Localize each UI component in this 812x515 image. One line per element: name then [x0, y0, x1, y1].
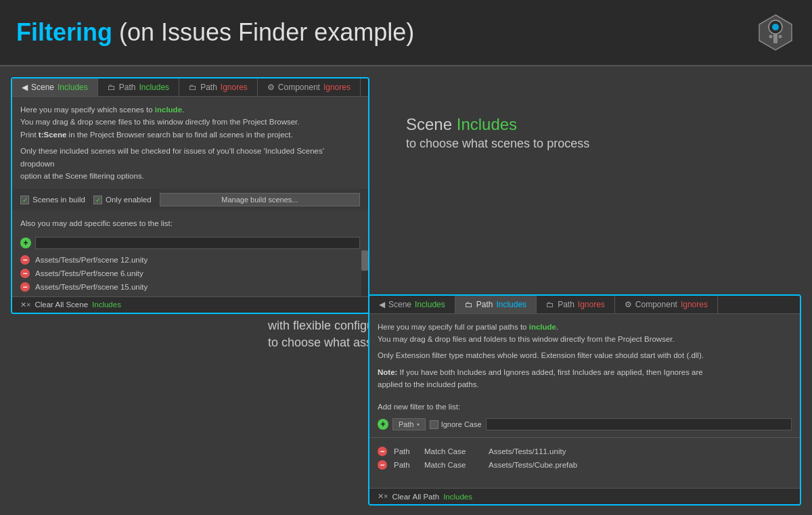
add-scene-row: + — [12, 233, 368, 250]
scene-list: − Assets/Tests/Perf/scene 12.unity − Ass… — [12, 250, 368, 296]
checkbox-checked[interactable]: ✓ — [20, 196, 29, 204]
scene-path-1: Assets/Tests/Perf/scene 12.unity — [35, 256, 148, 264]
filter-value-input[interactable] — [486, 418, 792, 430]
path-tab-icon-b: 🗀 — [465, 300, 473, 309]
header: Filtering (on Issues Finder example) — [0, 0, 812, 66]
add-filter-label: Add new filter to the list: — [369, 398, 800, 416]
remove-scene-2-button[interactable]: − — [20, 269, 30, 278]
remove-path-1-button[interactable]: − — [378, 447, 387, 456]
scene-includes-title: Scene Includes — [406, 115, 785, 134]
path-includes-panel: ◀ Scene Includes 🗀 Path Includes 🗀 Path … — [368, 294, 801, 506]
scene-path-3: Assets/Tests/Perf/scene 15.unity — [35, 283, 148, 291]
list-item: − Assets/Tests/Perf/scene 15.unity — [12, 280, 368, 294]
path-type-1: Path — [394, 447, 418, 455]
only-enabled-label: Only enabled — [106, 196, 152, 204]
header-title: Filtering (on Issues Finder example) — [16, 18, 414, 47]
ignore-case-label: Ignore Case — [441, 420, 482, 428]
component-ignores-tab-icon: ⚙ — [267, 83, 275, 92]
list-item: − Assets/Tests/Perf/scene 6.unity — [12, 267, 368, 280]
add-scene-button[interactable]: + — [20, 238, 31, 248]
svg-rect-2 — [773, 34, 777, 43]
scene-list-inner: − Assets/Tests/Perf/scene 12.unity − Ass… — [12, 250, 368, 296]
clear-path-colored: Includes — [443, 493, 472, 501]
tab-path-ignores-top[interactable]: 🗀 Path Ignores — [179, 79, 258, 96]
ignore-case-checkbox[interactable]: Ignore Case — [430, 420, 482, 429]
add-filter-button[interactable]: + — [378, 419, 388, 430]
clear-scene-includes-row: ✕× Clear All Scene Includes — [12, 296, 368, 313]
scene-path-2: Assets/Tests/Perf/scene 6.unity — [35, 269, 143, 277]
add-filter-row: + Path ▾ Ignore Case — [369, 416, 800, 433]
component-icon-b: ⚙ — [625, 300, 632, 309]
remove-scene-3-button[interactable]: − — [20, 282, 30, 292]
spacer — [369, 474, 800, 488]
tab-component-ignores-top[interactable]: ⚙ Component Ignores — [258, 79, 361, 96]
scene-includes-label-block: Scene Includes to choose what scenes to … — [406, 115, 785, 151]
title-highlight: Filtering — [16, 18, 112, 46]
logo-icon — [755, 12, 796, 53]
scenes-in-build-label: Scenes in build — [32, 196, 85, 204]
clear-path-icon: ✕× — [378, 492, 388, 501]
only-enabled-check[interactable]: ✓ — [93, 196, 102, 204]
path-tab-bar: ◀ Scene Includes 🗀 Path Includes 🗀 Path … — [369, 296, 800, 314]
path-match-1: Match Case — [424, 447, 482, 455]
path-ignores-icon-b: 🗀 — [546, 300, 554, 309]
clear-scene-label: Clear All Scene — [35, 300, 88, 309]
path-ignores-tab-icon: 🗀 — [189, 83, 197, 92]
ignore-case-box[interactable] — [430, 420, 438, 429]
filter-type-label: Path — [399, 420, 414, 428]
scroll-thumb[interactable] — [361, 250, 368, 271]
options-row: ✓ Scenes in build ✓ Only enabled Manage … — [12, 189, 368, 210]
scene-tab-icon: ◀ — [22, 83, 28, 92]
svg-point-4 — [779, 35, 782, 39]
remove-path-2-button[interactable]: − — [378, 460, 387, 470]
scene-includes-panel: ◀ Scene Includes 🗀 Path Includes 🗀 Path … — [11, 77, 369, 314]
tab-scene-includes[interactable]: ◀ Scene Includes — [12, 79, 98, 96]
path-value-2: Assets/Tests/Cube.prefab — [489, 461, 577, 469]
left-area: ◀ Scene Includes 🗀 Path Includes 🗀 Path … — [11, 77, 376, 506]
tab-path-includes-top[interactable]: 🗀 Path Includes — [98, 79, 179, 96]
clear-icon: ✕× — [20, 300, 30, 309]
add-scenes-label: Also you may add specific scenes to the … — [12, 210, 368, 232]
scene-input[interactable] — [35, 237, 360, 249]
list-item: − Path Match Case Assets/Tests/111.unity — [369, 445, 800, 458]
path-includes-tab-icon: 🗀 — [108, 83, 116, 92]
clear-path-label: Clear All Path — [392, 493, 439, 501]
remove-scene-1-button[interactable]: − — [20, 255, 30, 265]
scene-list-scrollbar[interactable] — [361, 250, 368, 296]
scene-description: Here you may specify which scenes to inc… — [12, 97, 368, 189]
clear-scene-colored: Includes — [92, 300, 121, 309]
main-content: ◀ Scene Includes 🗀 Path Includes 🗀 Path … — [0, 66, 812, 515]
svg-point-3 — [769, 35, 773, 39]
path-description: Here you may specify full or partial pat… — [369, 314, 800, 398]
tab-path-ignores-bottom[interactable]: 🗀 Path Ignores — [537, 296, 615, 313]
clear-path-includes-row: ✕× Clear All Path Includes — [369, 488, 800, 504]
list-item: − Assets/Tests/Perf/scene 12.unity — [12, 253, 368, 267]
scene-tab-bar: ◀ Scene Includes 🗀 Path Includes 🗀 Path … — [12, 79, 368, 97]
scene-tab-icon-b: ◀ — [379, 300, 385, 309]
path-value-1: Assets/Tests/111.unity — [489, 447, 566, 455]
svg-point-1 — [772, 24, 779, 30]
filter-type-dropdown[interactable]: Path ▾ — [392, 418, 426, 430]
manage-build-scenes-button[interactable]: Manage build scenes... — [160, 193, 360, 206]
only-enabled-checkbox[interactable]: ✓ Only enabled — [93, 196, 152, 204]
separator — [369, 437, 800, 438]
path-list: − Path Match Case Assets/Tests/111.unity… — [369, 442, 800, 474]
scene-includes-subtitle: to choose what scenes to process — [406, 137, 785, 151]
tab-scene-includes-bottom[interactable]: ◀ Scene Includes — [369, 296, 455, 313]
path-type-2: Path — [394, 461, 418, 469]
title-rest: (on Issues Finder example) — [119, 18, 414, 46]
tab-component-ignores-bottom[interactable]: ⚙ Component Ignores — [615, 296, 718, 313]
dropdown-arrow-icon: ▾ — [417, 422, 420, 428]
list-item: − Path Match Case Assets/Tests/Cube.pref… — [369, 458, 800, 472]
path-match-2: Match Case — [424, 461, 482, 469]
tab-path-includes-active[interactable]: 🗀 Path Includes — [455, 296, 537, 313]
scenes-in-build-checkbox[interactable]: ✓ Scenes in build — [20, 196, 85, 204]
